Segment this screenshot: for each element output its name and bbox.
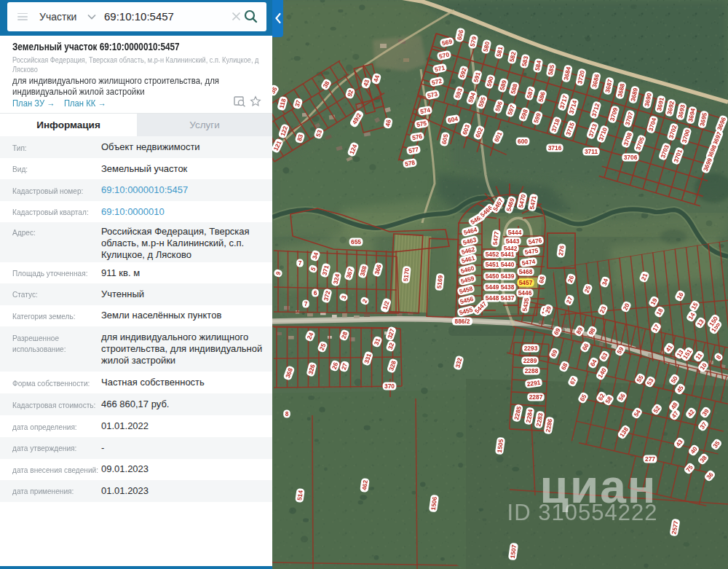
svg-text:2289: 2289 [523, 357, 537, 364]
svg-text:2288: 2288 [525, 367, 539, 374]
svg-text:6: 6 [314, 289, 317, 297]
svg-text:5452: 5452 [486, 251, 499, 258]
svg-text:5448: 5448 [486, 294, 499, 302]
svg-text:5443: 5443 [506, 238, 520, 245]
svg-text:600: 600 [518, 138, 528, 145]
svg-text:5444: 5444 [508, 229, 522, 236]
svg-text:886/2: 886/2 [455, 318, 470, 325]
svg-text:276: 276 [557, 245, 566, 256]
svg-text:3706: 3706 [624, 154, 638, 161]
svg-text:5441: 5441 [501, 251, 515, 258]
svg-text:5468: 5468 [519, 268, 533, 275]
svg-text:7: 7 [298, 259, 302, 267]
svg-text:462: 462 [360, 479, 369, 491]
svg-text:5438: 5438 [501, 283, 515, 291]
svg-text:5449: 5449 [486, 283, 499, 291]
svg-text:655: 655 [351, 238, 361, 246]
svg-text:5440: 5440 [501, 261, 515, 268]
svg-text:370: 370 [384, 382, 395, 390]
svg-text:5450: 5450 [486, 272, 499, 280]
svg-text:514: 514 [296, 490, 304, 501]
svg-text:5169: 5169 [435, 275, 444, 289]
svg-text:7: 7 [304, 300, 308, 307]
svg-text:5170: 5170 [402, 267, 411, 282]
svg-text:5446: 5446 [518, 289, 532, 297]
svg-text:3716: 3716 [548, 144, 562, 152]
svg-text:2293: 2293 [524, 345, 538, 352]
svg-text:5457: 5457 [519, 279, 533, 286]
svg-text:5437: 5437 [501, 294, 515, 302]
svg-text:8: 8 [285, 410, 289, 417]
svg-text:5451: 5451 [486, 261, 499, 268]
svg-text:2287: 2287 [529, 393, 543, 401]
svg-text:3711: 3711 [585, 148, 598, 155]
svg-text:5439: 5439 [501, 272, 515, 280]
svg-text:ID 310554222: ID 310554222 [507, 500, 658, 525]
